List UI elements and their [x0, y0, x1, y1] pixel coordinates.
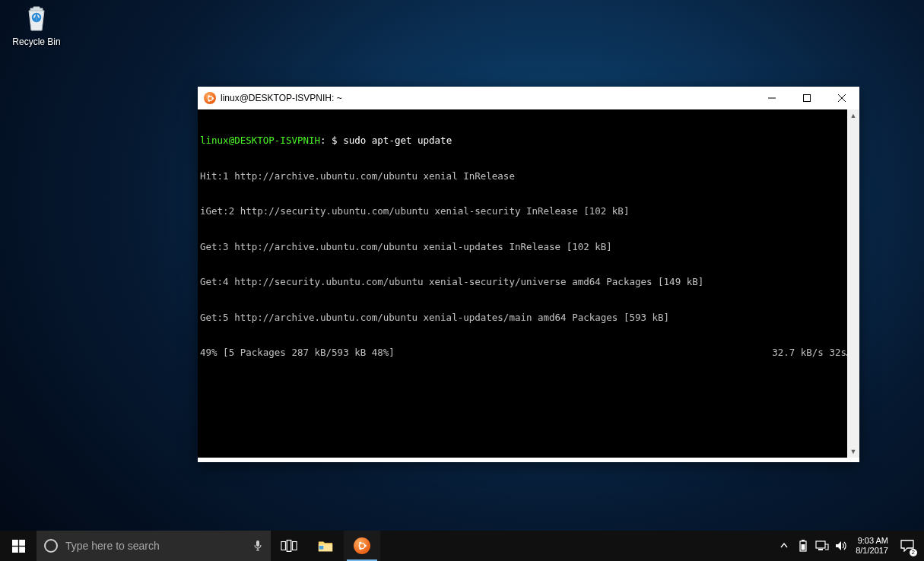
scroll-track[interactable]	[847, 122, 859, 445]
network-icon[interactable]	[813, 531, 831, 561]
search-input[interactable]	[65, 540, 245, 552]
task-view-icon	[281, 537, 297, 554]
svg-point-17	[359, 542, 361, 544]
svg-point-2	[211, 97, 213, 99]
terminal-output-line: Get:4 http://security.ubuntu.com/ubuntu …	[200, 276, 853, 288]
svg-rect-10	[256, 540, 259, 547]
terminal-output-line: Get:3 http://archive.ubuntu.com/ubuntu x…	[200, 241, 853, 253]
volume-icon[interactable]	[832, 531, 850, 561]
svg-rect-9	[19, 547, 25, 553]
svg-rect-14	[319, 546, 324, 550]
maximize-button[interactable]	[789, 87, 824, 109]
taskbar-file-explorer[interactable]	[307, 531, 344, 561]
svg-rect-5	[804, 95, 811, 102]
svg-rect-20	[802, 540, 805, 541]
svg-rect-7	[19, 540, 25, 546]
terminal-window: linux@DESKTOP-ISVPNIH: ~ linux@DESKTOP-I…	[198, 87, 859, 462]
svg-rect-12	[287, 540, 291, 552]
svg-point-4	[208, 100, 209, 101]
prompt-user-host: linux@DESKTOP-ISVPNIH	[200, 135, 320, 146]
ubuntu-icon	[354, 537, 370, 554]
taskbar-ubuntu-terminal[interactable]	[344, 531, 380, 561]
terminal-content: linux@DESKTOP-ISVPNIH: $ sudo apt-get up…	[198, 109, 855, 458]
close-button[interactable]	[824, 87, 859, 109]
svg-point-3	[208, 95, 209, 97]
clock-time: 9:03 AM	[858, 536, 888, 546]
svg-rect-11	[281, 542, 286, 550]
svg-rect-13	[293, 542, 297, 550]
search-box[interactable]	[37, 531, 271, 561]
battery-icon[interactable]	[794, 531, 812, 561]
svg-point-16	[364, 545, 367, 547]
scrollbar[interactable]: ▲ ▼	[847, 109, 859, 458]
svg-rect-22	[816, 541, 825, 548]
tray-overflow-button[interactable]	[775, 531, 793, 561]
svg-rect-21	[802, 544, 805, 550]
window-title: linux@DESKTOP-ISVPNIH: ~	[221, 93, 342, 103]
notification-badge: 2	[910, 549, 917, 556]
start-button[interactable]	[0, 531, 37, 561]
svg-rect-23	[818, 549, 823, 550]
prompt-separator: :	[320, 135, 326, 146]
tray-clock[interactable]: 9:03 AM 8/1/2017	[851, 536, 893, 556]
desktop-icon-recycle-bin[interactable]: Recycle Bin	[8, 3, 65, 47]
microphone-icon[interactable]	[252, 540, 263, 552]
scroll-up-icon[interactable]: ▲	[847, 109, 859, 122]
desktop-icon-label: Recycle Bin	[12, 36, 60, 47]
command-text: sudo apt-get update	[343, 135, 452, 146]
progress-left: 49% [5 Packages 287 kB/593 kB 48%]	[200, 347, 395, 358]
progress-right: 32.7 kB/s 32s	[772, 347, 846, 358]
terminal-output-line: Get:5 http://archive.ubuntu.com/ubuntu x…	[200, 312, 853, 324]
system-tray: 9:03 AM 8/1/2017 2	[775, 531, 924, 561]
ubuntu-icon	[204, 92, 216, 104]
windows-logo-icon	[12, 540, 25, 553]
recycle-bin-icon	[21, 3, 52, 33]
file-explorer-icon	[317, 537, 334, 554]
cortana-circle-icon	[44, 539, 58, 553]
terminal-body[interactable]: linux@DESKTOP-ISVPNIH: $ sudo apt-get up…	[198, 109, 855, 458]
taskbar: 9:03 AM 8/1/2017 2	[0, 531, 924, 561]
task-view-button[interactable]	[271, 531, 307, 561]
scroll-down-icon[interactable]: ▼	[847, 445, 859, 458]
clock-date: 8/1/2017	[856, 546, 888, 556]
prompt-dollar: $	[332, 135, 338, 146]
svg-rect-8	[12, 547, 18, 553]
minimize-button[interactable]	[754, 87, 789, 109]
action-center-button[interactable]: 2	[894, 531, 921, 561]
terminal-output-line: iGet:2 http://security.ubuntu.com/ubuntu…	[200, 205, 853, 217]
svg-rect-6	[12, 540, 18, 546]
svg-point-18	[359, 547, 361, 550]
window-titlebar[interactable]: linux@DESKTOP-ISVPNIH: ~	[198, 87, 859, 109]
terminal-output-line: Hit:1 http://archive.ubuntu.com/ubuntu x…	[200, 170, 853, 182]
